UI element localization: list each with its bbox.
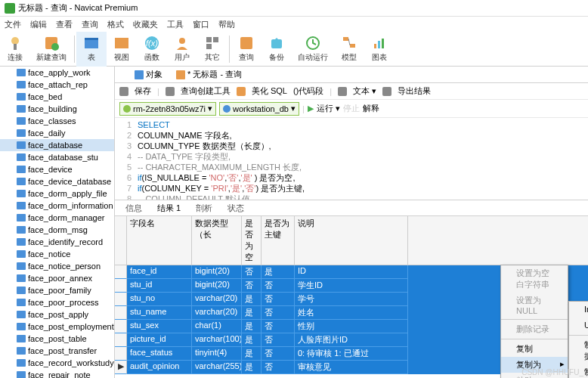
menu-file[interactable]: 文件: [5, 19, 21, 30]
table-icon: [17, 178, 26, 185]
main-toolbar: 连接 新建查询 表 视图 f(x)函数 用户 其它 查询 备份 自动运行 模型 …: [0, 32, 588, 67]
table-icon: [17, 371, 26, 378]
ctx-blank: 设置为空白字符串: [501, 265, 568, 293]
sidebar-tree[interactable]: face_apply_workface_attach_repface_bedfa…: [0, 67, 115, 378]
watermark: CSDN @HHUFU_: [521, 368, 583, 376]
svg-rect-13: [240, 37, 252, 49]
ctx-insert[interactable]: Insert 语句: [569, 302, 588, 318]
table-icon: [17, 262, 26, 270]
menu-window[interactable]: 窗口: [193, 19, 209, 30]
tree-item[interactable]: face_identify_record: [0, 236, 114, 248]
table-icon: [17, 335, 26, 342]
table-button[interactable]: 表: [76, 32, 107, 67]
window-title: 无标题 - 查询 - Navicat Premium: [18, 2, 138, 14]
svg-rect-19: [374, 44, 376, 48]
backup-button[interactable]: 备份: [262, 32, 292, 67]
result-tabs: 信息 结果 1 剖析 状态: [115, 200, 588, 216]
editor-tabs: 对象 * 无标题 - 查询: [115, 67, 588, 83]
tab-info[interactable]: 信息: [118, 201, 150, 215]
svg-rect-21: [382, 39, 384, 48]
tab-status[interactable]: 状态: [220, 201, 252, 215]
tree-item[interactable]: face_notice: [0, 248, 114, 260]
save-icon: [119, 87, 128, 96]
tree-item[interactable]: face_post_apply: [0, 308, 114, 321]
function-button[interactable]: f(x)函数: [137, 32, 167, 67]
ctx-null: 设置为 NULL: [501, 293, 568, 318]
code-button[interactable]: ()代码段: [293, 85, 323, 97]
menu-help[interactable]: 帮助: [218, 19, 235, 30]
table-icon: [17, 299, 26, 306]
tree-item[interactable]: face_device_database: [0, 175, 114, 187]
builder-icon: [166, 87, 175, 96]
tree-item[interactable]: face_post_table: [0, 333, 114, 345]
menu-tools[interactable]: 工具: [167, 19, 184, 30]
run-button[interactable]: 运行 ▾: [317, 103, 340, 114]
beautify-button[interactable]: 美化 SQL: [252, 85, 287, 97]
model-button[interactable]: 模型: [334, 32, 364, 67]
tree-item[interactable]: face_database: [0, 139, 114, 151]
tree-item[interactable]: face_post_transfer: [0, 345, 114, 357]
tree-item[interactable]: face_dorm_msg: [0, 224, 114, 236]
sql-editor[interactable]: 1SELECT2 COLUMN_NAME 字段名,3 COLUMN_TYPE 数…: [115, 118, 588, 200]
ctx-copy[interactable]: 复制: [501, 341, 568, 357]
tree-item[interactable]: face_classes: [0, 115, 114, 127]
tree-item[interactable]: face_dorm_information: [0, 200, 114, 212]
tree-item[interactable]: face_notice_person: [0, 260, 114, 272]
server-select[interactable]: rm-2zetn83n05wz7i▾: [119, 102, 216, 116]
tree-item[interactable]: face_apply_work: [0, 67, 114, 79]
text-button[interactable]: 文本 ▾: [353, 85, 376, 97]
tree-item[interactable]: face_dorm_manager: [0, 212, 114, 224]
tree-item[interactable]: face_bed: [0, 91, 114, 103]
menu-edit[interactable]: 编辑: [30, 19, 47, 30]
connect-button[interactable]: 连接: [0, 32, 30, 67]
table-icon: [17, 141, 26, 149]
connection-bar: rm-2zetn83n05wz7i▾ workstation_db▾ | ▶运行…: [115, 100, 588, 118]
table-icon: [17, 129, 26, 137]
context-menu: 设置为空白字符串 设置为 NULL 删除记录 复制 复制为 粘贴 显示: [500, 265, 568, 378]
view-button[interactable]: 视图: [107, 32, 137, 67]
newquery-button[interactable]: 新建查询: [30, 32, 73, 67]
user-button[interactable]: 用户: [167, 32, 197, 67]
tree-item[interactable]: face_poor_annex: [0, 272, 114, 284]
autorun-button[interactable]: 自动运行: [292, 32, 334, 67]
table-icon: [17, 202, 26, 209]
menu-bar: 文件 编辑 查看 查询 格式 收藏夹 工具 窗口 帮助: [0, 17, 588, 32]
tree-item[interactable]: face_attach_rep: [0, 79, 114, 91]
table-icon: [17, 238, 26, 246]
tree-item[interactable]: face_dorm_apply_file: [0, 187, 114, 200]
tab-objects[interactable]: 对象: [130, 67, 167, 82]
table-icon: [17, 81, 26, 88]
tree-item[interactable]: face_building: [0, 103, 114, 115]
tree-item[interactable]: face_post_employment: [0, 321, 114, 333]
menu-query[interactable]: 查询: [82, 19, 98, 30]
menu-format[interactable]: 格式: [107, 19, 124, 30]
ctx-update[interactable]: Update 语句: [569, 318, 588, 333]
tab-query[interactable]: * 无标题 - 查询: [172, 67, 246, 82]
query-button[interactable]: 查询: [231, 32, 262, 67]
db-select[interactable]: workstation_db▾: [219, 102, 299, 116]
app-icon: [5, 3, 15, 14]
table-icon: [17, 323, 26, 330]
other-button[interactable]: 其它: [197, 32, 227, 67]
tree-item[interactable]: face_database_stu: [0, 151, 114, 163]
save-button[interactable]: 保存: [135, 85, 151, 97]
ctx-delete: 删除记录: [501, 321, 568, 337]
tree-item[interactable]: face_poor_process: [0, 296, 114, 308]
table-icon: [17, 69, 26, 76]
table-icon: [17, 105, 26, 113]
ctx-tsv-data[interactable]: 制表符分隔值（数据）: [569, 337, 588, 364]
tree-item[interactable]: face_device: [0, 163, 114, 175]
svg-point-0: [11, 37, 19, 45]
tab-profile[interactable]: 剖析: [188, 201, 220, 215]
menu-view[interactable]: 查看: [56, 19, 73, 30]
explain-button[interactable]: 解释: [363, 103, 379, 114]
tree-item[interactable]: face_record_workstudy: [0, 357, 114, 369]
tree-item[interactable]: face_poor_family: [0, 284, 114, 296]
tree-item[interactable]: face_daily: [0, 127, 114, 139]
tree-item[interactable]: face_repair_note: [0, 369, 114, 378]
export-button[interactable]: 导出结果: [398, 85, 431, 97]
menu-fav[interactable]: 收藏夹: [133, 19, 158, 30]
builder-button[interactable]: 查询创建工具: [181, 85, 231, 97]
chart-button[interactable]: 图表: [364, 32, 395, 67]
tab-result1[interactable]: 结果 1: [150, 201, 188, 215]
